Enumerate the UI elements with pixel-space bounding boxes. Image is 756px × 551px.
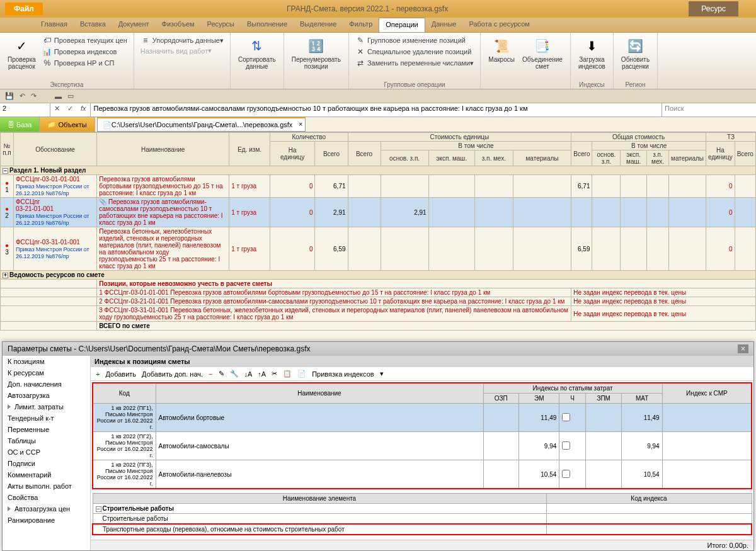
sidebar-item[interactable]: К ресурсам: [3, 367, 90, 378]
merge-button[interactable]: 📑 Объединение смет: [518, 35, 566, 71]
folder-icon: 📁: [47, 120, 56, 128]
problem-row[interactable]: 3 ФССЦпг-03-31-01-001 Перевозка бетонных…: [1, 306, 756, 322]
bulk-change-button[interactable]: ✎Групповое изменение позиций: [353, 35, 476, 46]
macros-button[interactable]: 📜 Макросы: [484, 35, 518, 71]
database-icon: 🗄: [8, 121, 14, 128]
transport-row[interactable]: Транспортные расходы (перевозка), относи…: [93, 524, 752, 535]
sidebar-item[interactable]: Доп. начисления: [3, 378, 90, 390]
checkbox[interactable]: [562, 470, 570, 478]
attachment-icon: 📎: [99, 198, 106, 205]
tool-icon[interactable]: 🔧: [228, 369, 241, 378]
add-button[interactable]: Добавить: [103, 370, 138, 378]
menu-tab-главная[interactable]: Главная: [35, 18, 74, 32]
assign-work-type-button[interactable]: Назначить вид работ ▾: [138, 46, 226, 55]
sort-asc-icon[interactable]: ↓A: [243, 370, 255, 378]
redo-icon[interactable]: ↷: [29, 91, 38, 101]
menu-tab-физобъем[interactable]: Физобъем: [156, 18, 201, 32]
order-data-button[interactable]: ≡Упорядочить данные ▾: [138, 35, 226, 46]
problem-row[interactable]: 1 ФССЦпг-03-01-01-001 Перевозка грузов а…: [1, 288, 756, 297]
quick-access-toolbar: 💾 ↶ ↷ ▬ ▭: [0, 89, 756, 103]
table-row-selected[interactable]: ● 2 ФССЦпг 03-21-01-001Приказ Минстроя Р…: [1, 198, 756, 227]
sidebar-item[interactable]: Автозагрузка цен: [3, 503, 90, 514]
paste-icon[interactable]: 📄: [295, 369, 308, 378]
add-icon[interactable]: +: [94, 370, 101, 378]
resource-context-tab[interactable]: Ресурс: [689, 1, 738, 16]
check-prices-button[interactable]: ✓ Проверка расценок: [4, 35, 40, 71]
fx-icon[interactable]: fx: [77, 103, 90, 116]
sidebar-item[interactable]: Комментарий: [3, 469, 90, 480]
construction-group[interactable]: −Строительные работы: [93, 504, 752, 514]
copy-icon[interactable]: 📋: [281, 369, 294, 378]
sidebar-item[interactable]: Подписи: [3, 458, 90, 469]
close-icon[interactable]: ×: [299, 120, 302, 128]
file-tab[interactable]: 📄 C:\Users\User\Documents\Гранд-Смета\..…: [97, 117, 306, 132]
section-header-row[interactable]: −Раздел 1. Новый раздел: [1, 166, 756, 175]
replace-vars-button[interactable]: ⇄Заменить переменные числами ▾: [353, 57, 476, 69]
sidebar-item[interactable]: Тендерный к-т: [3, 412, 90, 424]
ribbon-group-region: 🔄 Обновить расценки Регион: [614, 33, 658, 89]
save-icon[interactable]: 💾: [3, 91, 16, 101]
table-row[interactable]: ● 1 ФССЦпг-03-01-01-001Приказ Минстроя Р…: [1, 175, 756, 198]
formula-input[interactable]: Перевозка грузов автомобилями-самосвалам…: [91, 103, 662, 116]
menu-tab-данные[interactable]: Данные: [425, 18, 463, 32]
collapse-icon[interactable]: −: [3, 168, 8, 174]
cell-reference[interactable]: 2: [0, 103, 50, 116]
special-delete-button[interactable]: ✕Специальное удаление позиций: [353, 46, 476, 57]
renumber-button[interactable]: 🔢 Перенумеровать позиции: [288, 35, 345, 71]
checkbox[interactable]: [562, 441, 570, 450]
checkbox[interactable]: [562, 413, 570, 421]
sidebar-item[interactable]: Автозагрузка: [3, 390, 90, 401]
sort-desc-icon[interactable]: ↑A: [256, 370, 268, 378]
parameters-sidebar: К позициямК ресурсамДоп. начисленияАвтоз…: [3, 356, 91, 550]
sidebar-item[interactable]: Переменные: [3, 424, 90, 435]
menu-tab-документ[interactable]: Документ: [112, 18, 156, 32]
menu-tab-работа с ресурсом[interactable]: Работа с ресурсом: [462, 18, 536, 32]
menu-tab-выполнение[interactable]: Выполнение: [241, 18, 294, 32]
menu-tab-вставка[interactable]: Вставка: [74, 18, 112, 32]
list-item[interactable]: Строительные работы: [93, 514, 752, 525]
sort-button[interactable]: ⇅ Сортировать данные: [234, 35, 280, 71]
menu-tab-фильтр[interactable]: Фильтр: [343, 18, 379, 32]
index-row[interactable]: 1 кв 2022 (ПГ2), Письмо Минстроя России …: [93, 432, 752, 460]
cancel-icon[interactable]: ✕: [50, 103, 64, 116]
sidebar-item[interactable]: Свойства: [3, 492, 90, 503]
menu-tab-выделение[interactable]: Выделение: [294, 18, 343, 32]
check-indexes[interactable]: 📊Проверка индексов: [40, 46, 130, 57]
file-button[interactable]: Файл: [5, 3, 43, 15]
indexes-grid[interactable]: Код Наименование Индексы по статьям затр…: [92, 382, 752, 489]
accept-icon[interactable]: ✓: [64, 103, 77, 116]
load-indexes-button[interactable]: ⬇ Загрузка индексов: [575, 35, 609, 71]
index-row[interactable]: 1 кв 2022 (ПГ1), Письмо Минстроя России …: [93, 404, 752, 432]
collapse-icon[interactable]: ▬: [53, 92, 64, 101]
sidebar-item[interactable]: Акты выполн. работ: [3, 480, 90, 492]
problem-row[interactable]: 2 ФССЦпг-03-21-01-001 Перевозка грузов а…: [1, 297, 756, 306]
search-input[interactable]: Поиск: [662, 103, 756, 116]
check-current-prices[interactable]: 🏷Проверка текущих цен: [40, 35, 130, 46]
tool-icon[interactable]: ✎: [217, 369, 226, 378]
sidebar-item[interactable]: ОС и ССР: [3, 446, 90, 458]
expand-icon[interactable]: +: [3, 273, 8, 278]
navigation-tabs: 🗄База 📁Объекты 📄 C:\Users\User\Documents…: [0, 117, 756, 132]
menu-tab-ресурсы[interactable]: Ресурсы: [201, 18, 241, 32]
sidebar-item[interactable]: Лимит. затраты: [3, 401, 90, 412]
ribbon: ✓ Проверка расценок 🏷Проверка текущих це…: [0, 33, 756, 89]
base-tab[interactable]: 🗄База: [0, 117, 40, 132]
remove-icon[interactable]: −: [207, 370, 214, 378]
objects-tab[interactable]: 📁Объекты: [40, 117, 94, 132]
bind-indexes-button[interactable]: Привязка индексов: [310, 370, 375, 378]
cut-icon[interactable]: ✂: [270, 369, 279, 378]
index-row[interactable]: 1 кв 2022 (ПГ3), Письмо Минстроя России …: [93, 460, 752, 489]
add-dop-button[interactable]: Добавить доп. нач.: [140, 370, 205, 378]
close-icon[interactable]: ×: [738, 344, 748, 353]
update-prices-button[interactable]: 🔄 Обновить расценки: [617, 35, 653, 71]
sidebar-item[interactable]: К позициям: [3, 356, 90, 367]
table-row[interactable]: ● 3 ФССЦпг-03-31-01-001Приказ Минстроя Р…: [1, 227, 756, 271]
sidebar-item[interactable]: Таблицы: [3, 435, 90, 446]
expand-icon[interactable]: ▭: [66, 91, 76, 101]
undo-icon[interactable]: ↶: [18, 91, 27, 101]
main-grid[interactable]: № п.п Обоснование Наименование Ед. изм. …: [0, 132, 756, 342]
menu-tab-операции[interactable]: Операции: [379, 18, 425, 32]
resources-section[interactable]: +Ведомость ресурсов по смете: [1, 271, 756, 280]
check-nr-sp[interactable]: %Проверка НР и СП: [40, 57, 130, 69]
sidebar-item[interactable]: Ранжирование: [3, 514, 90, 526]
